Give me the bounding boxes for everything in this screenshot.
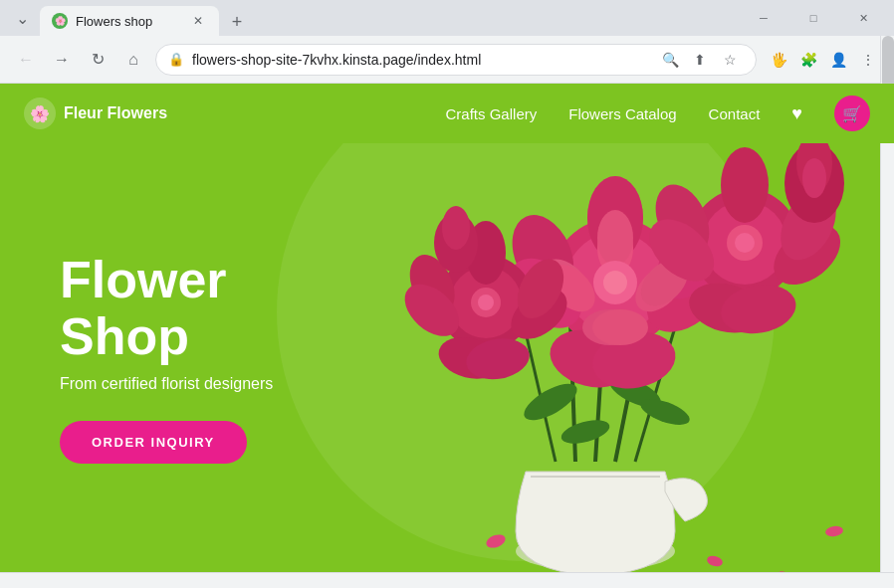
site-nav-links: Crafts Gallery Flowers Catalog Contact ♥… — [446, 96, 870, 131]
back-button[interactable]: ← — [12, 46, 40, 74]
tab-list-button[interactable]: ⌄ — [8, 4, 36, 32]
url-bar[interactable]: 🔒 flowers-shop-site-7kvhx.kinsta.page/in… — [155, 44, 757, 76]
share-icon[interactable]: ⬆ — [686, 46, 714, 74]
svg-point-32 — [721, 147, 769, 223]
title-bar: ⌄ 🌸 Flowers shop ✕ + ─ □ ✕ — [0, 0, 894, 36]
tab-close-button[interactable]: ✕ — [189, 12, 207, 30]
svg-point-57 — [485, 532, 508, 550]
bookmark-icon[interactable]: ☆ — [716, 46, 744, 74]
flower-svg — [317, 143, 894, 572]
refresh-button[interactable]: ↻ — [84, 46, 112, 74]
active-tab[interactable]: 🌸 Flowers shop ✕ — [40, 6, 219, 36]
site-logo[interactable]: 🌸 Fleur Flowers — [24, 98, 167, 129]
search-icon[interactable]: 🔍 — [656, 46, 684, 74]
minimize-button[interactable]: ─ — [741, 2, 786, 34]
nav-cart-button[interactable]: 🛒 — [834, 96, 870, 131]
svg-point-59 — [824, 525, 843, 538]
extensions-icon[interactable]: 🧩 — [794, 46, 822, 74]
hero-subtitle: From certified florist designers — [60, 375, 338, 393]
nav-heart-icon[interactable]: ♥ — [791, 103, 802, 124]
address-bar: ← → ↻ ⌂ 🔒 flowers-shop-site-7kvhx.kinsta… — [0, 36, 894, 84]
url-text: flowers-shop-site-7kvhx.kinsta.page/inde… — [192, 52, 648, 68]
svg-point-54 — [802, 158, 826, 198]
svg-point-8 — [559, 416, 611, 448]
new-tab-button[interactable]: + — [223, 8, 251, 36]
toolbar-actions: 🖐 🧩 👤 ⋮ — [765, 46, 882, 74]
svg-point-40 — [735, 233, 755, 253]
svg-point-24 — [597, 210, 633, 266]
nav-link-contact[interactable]: Contact — [709, 105, 761, 122]
logo-icon: 🌸 — [24, 98, 56, 129]
hero-title: Flower Shop — [60, 252, 338, 365]
tab-title: Flowers shop — [76, 14, 152, 29]
url-actions: 🔍 ⬆ ☆ — [656, 46, 744, 74]
maximize-button[interactable]: □ — [790, 2, 836, 34]
svg-point-29 — [603, 271, 627, 294]
site-nav: 🌸 Fleur Flowers Crafts Gallery Flowers C… — [0, 84, 894, 143]
hero-content: Flower Shop From certified florist desig… — [0, 252, 338, 464]
tab-bar: 🌸 Flowers shop ✕ + — [40, 0, 737, 36]
hero-image — [317, 143, 894, 572]
window-controls: ─ □ ✕ — [741, 2, 886, 34]
home-button[interactable]: ⌂ — [119, 46, 147, 74]
nav-link-flowers-catalog[interactable]: Flowers Catalog — [568, 105, 676, 122]
hand-icon[interactable]: 🖐 — [765, 46, 792, 74]
hero-section: Flower Shop From certified florist desig… — [0, 143, 894, 572]
svg-point-26 — [592, 309, 648, 345]
svg-point-51 — [478, 294, 494, 310]
profile-icon[interactable]: 👤 — [824, 46, 852, 74]
svg-point-56 — [442, 206, 470, 250]
logo-text: Fleur Flowers — [64, 104, 167, 122]
tab-favicon: 🌸 — [52, 13, 68, 29]
website-content: 🌸 Fleur Flowers Crafts Gallery Flowers C… — [0, 84, 894, 572]
order-inquiry-button[interactable]: ORDER INQUIRY — [60, 421, 247, 464]
svg-point-58 — [706, 554, 724, 568]
forward-button[interactable]: → — [48, 46, 76, 74]
svg-point-60 — [777, 569, 792, 572]
close-button[interactable]: ✕ — [840, 2, 886, 34]
bottom-scrollbar — [0, 572, 894, 588]
more-menu-button[interactable]: ⋮ — [854, 46, 882, 74]
nav-link-crafts-gallery[interactable]: Crafts Gallery — [446, 105, 538, 122]
lock-icon: 🔒 — [168, 52, 184, 67]
